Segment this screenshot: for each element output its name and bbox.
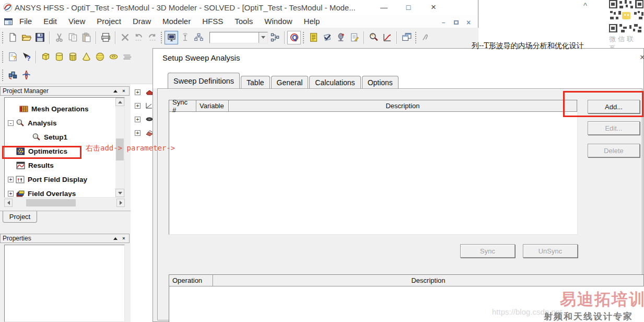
tree-item-field-overlays[interactable]: + Field Overlays — [5, 187, 124, 198]
zoom-results-icon[interactable] — [367, 31, 380, 44]
tree-item-mesh-operations[interactable]: Mesh Operations — [5, 102, 124, 116]
cut-icon[interactable] — [52, 31, 66, 44]
minimize-button[interactable]: — — [375, 0, 393, 15]
undo-icon[interactable] — [132, 31, 145, 44]
scroll-right-icon[interactable] — [116, 199, 125, 207]
tree-item-setup1[interactable]: Setup1 — [5, 130, 124, 144]
sweep-definitions-table[interactable]: Sync # Variable Description — [169, 100, 578, 235]
mdi-minimize-button[interactable]: – — [438, 18, 449, 27]
column-operation[interactable]: Operation — [169, 275, 213, 286]
pan-hand-icon[interactable] — [419, 31, 432, 44]
tab-project[interactable]: Project — [3, 211, 37, 223]
open-folder-icon[interactable] — [19, 31, 33, 44]
delete-x-icon[interactable] — [118, 31, 132, 44]
dialog-close-icon[interactable]: × — [640, 53, 644, 62]
context-help-icon[interactable]: ? — [19, 50, 33, 64]
solve-monitor-icon[interactable] — [165, 31, 178, 44]
scrollbar-thumb[interactable] — [26, 199, 76, 206]
close-button[interactable]: × — [425, 0, 442, 15]
draw-polyhedron-icon[interactable] — [66, 50, 79, 64]
menu-window[interactable]: Window — [259, 16, 298, 27]
validate-check-icon[interactable] — [320, 31, 334, 44]
menu-hfss[interactable]: HFSS — [196, 16, 229, 27]
material-combobox[interactable] — [209, 32, 268, 43]
project-manager-header[interactable]: Project Manager × — [0, 86, 130, 96]
datasets-doc-icon[interactable] — [307, 31, 320, 44]
maximize-button[interactable]: □ — [400, 0, 417, 15]
remote-analysis-icon[interactable] — [178, 31, 192, 44]
menu-draw[interactable]: Draw — [127, 16, 157, 27]
modeler-tree-node[interactable]: + — [135, 130, 143, 136]
unsync-button[interactable]: UnSync — [523, 244, 578, 258]
network-analysis-icon[interactable] — [192, 31, 205, 44]
cascade-windows-icon[interactable] — [400, 31, 413, 44]
tab-table[interactable]: Table — [241, 76, 270, 88]
modeler-tree-node[interactable]: + — [135, 89, 143, 95]
validate-rocket-icon[interactable] — [19, 68, 33, 82]
new-file-icon[interactable] — [6, 31, 19, 44]
toolbar-drag-handle[interactable] — [2, 69, 4, 82]
scroll-left-icon[interactable] — [4, 199, 13, 207]
q-solver-icon[interactable]: Q — [287, 31, 301, 44]
connection-tree-icon[interactable] — [268, 31, 282, 44]
menu-file[interactable]: File — [14, 16, 38, 27]
help-doc-icon[interactable]: ? — [6, 50, 19, 64]
modeler-tree-node[interactable]: + — [135, 103, 143, 109]
boundaries-icon[interactable] — [6, 68, 19, 82]
tab-calculations[interactable]: Calculations — [309, 76, 360, 88]
panel-collapse-icon[interactable] — [112, 235, 119, 242]
tree-item-port-field-display[interactable]: + Port Field Display — [5, 172, 124, 187]
tree-item-analysis[interactable]: - Analysis — [5, 116, 124, 130]
draw-polyline-icon[interactable] — [120, 50, 134, 64]
analyze-icon[interactable] — [334, 31, 347, 44]
menu-edit[interactable]: Edit — [38, 16, 63, 27]
properties-header[interactable]: Properties × — [0, 234, 130, 243]
panel-close-icon[interactable]: × — [120, 88, 127, 95]
mdi-close-button[interactable]: × — [463, 18, 474, 27]
panel-collapse-icon[interactable] — [112, 88, 119, 95]
menu-tools[interactable]: Tools — [229, 16, 259, 27]
toolbar-drag-handle[interactable] — [302, 31, 305, 44]
tree-horizontal-scrollbar[interactable] — [4, 199, 125, 207]
modeler-tree-node[interactable]: + — [135, 117, 143, 122]
menu-project[interactable]: Project — [91, 16, 127, 27]
menu-help[interactable]: Help — [298, 16, 326, 27]
scroll-down-icon[interactable] — [115, 189, 124, 197]
toolbar-drag-handle[interactable] — [2, 31, 4, 44]
column-description[interactable]: Description — [229, 100, 577, 112]
menu-modeler[interactable]: Modeler — [157, 16, 196, 27]
redo-icon[interactable] — [145, 31, 159, 44]
scroll-up-icon[interactable] — [115, 98, 124, 106]
delete-button[interactable]: Delete — [588, 144, 640, 157]
tab-general[interactable]: General — [271, 76, 309, 88]
print-icon[interactable] — [99, 31, 112, 44]
column-sync[interactable]: Sync # — [169, 100, 196, 112]
mdi-restore-button[interactable] — [450, 18, 462, 27]
menu-view[interactable]: View — [63, 16, 91, 27]
combobox-dropdown-button[interactable] — [259, 32, 267, 43]
expand-expander[interactable]: + — [8, 177, 14, 182]
edit-notes-icon[interactable] — [347, 31, 361, 44]
toolbar-drag-handle[interactable] — [2, 51, 4, 63]
expand-expander[interactable]: + — [8, 191, 14, 197]
edit-button[interactable]: Edit... — [588, 121, 640, 135]
tab-sweep-definitions[interactable]: Sweep Definitions — [168, 73, 240, 88]
toolbar-drag-handle[interactable] — [415, 31, 417, 44]
draw-box-icon[interactable] — [39, 50, 52, 64]
tree-item-results[interactable]: Results — [5, 158, 124, 172]
column-variable[interactable]: Variable — [196, 100, 229, 112]
collapse-caret-icon[interactable]: ^ — [583, 1, 587, 10]
column-description[interactable]: Description — [213, 275, 644, 286]
draw-sphere-icon[interactable] — [93, 50, 107, 64]
report-curve-icon[interactable] — [380, 31, 394, 44]
toolbar-drag-handle[interactable] — [160, 31, 163, 44]
collapse-expander[interactable]: - — [8, 120, 14, 126]
paste-icon[interactable] — [79, 31, 93, 44]
draw-cylinder-icon[interactable] — [52, 50, 66, 64]
draw-torus-icon[interactable] — [107, 50, 120, 64]
sync-button[interactable]: Sync — [460, 244, 515, 258]
tab-options[interactable]: Options — [362, 76, 399, 88]
save-icon[interactable] — [33, 31, 46, 44]
copy-icon[interactable] — [66, 31, 79, 44]
panel-close-icon[interactable]: × — [120, 235, 127, 242]
